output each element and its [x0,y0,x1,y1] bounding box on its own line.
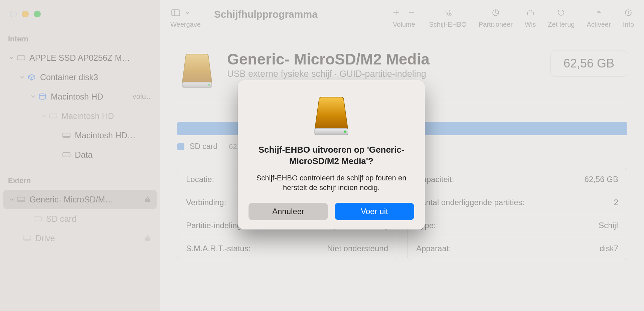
svg-rect-30 [315,128,348,135]
dialog-disk-icon [249,94,414,137]
dialog-body: Schijf-EHBO controleert de schijf op fou… [249,173,414,193]
svg-point-31 [344,131,346,133]
run-button[interactable]: Voer uit [335,203,414,220]
first-aid-dialog: Schijf-EHBO uitvoeren op 'Generic- Micro… [238,80,425,229]
dialog-title: Schijf-EHBO uitvoeren op 'Generic- Micro… [249,144,414,167]
cancel-button[interactable]: Annuleer [249,203,328,220]
